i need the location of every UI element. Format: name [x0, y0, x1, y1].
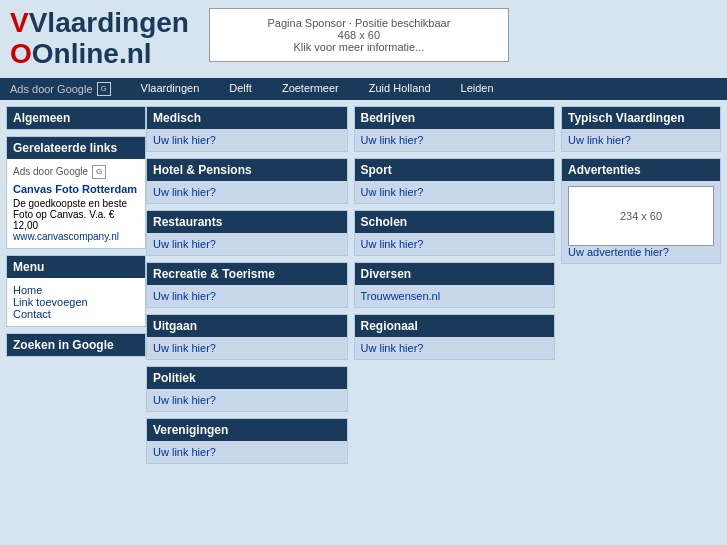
google-icon-sidebar: G [92, 165, 106, 179]
cat-politiek: Politiek Uw link hier? [146, 366, 348, 412]
cat-scholen: Scholen Uw link hier? [354, 210, 556, 256]
sponsor-line1: Pagina Sponsor · Positie beschikbaar [230, 17, 488, 29]
ad-text: De goedkoopste en beste Foto op Canvas. … [13, 198, 139, 231]
sidebar-algemeen: Algemeen [6, 106, 146, 130]
cat-uitgaan-body: Uw link hier? [147, 337, 347, 359]
google-icon: G [97, 82, 111, 96]
cat-politiek-link[interactable]: Uw link hier? [153, 394, 216, 406]
cat-advertenties-header: Advertenties [562, 159, 720, 181]
ad-banner-link[interactable]: Uw advertentie hier? [568, 246, 669, 258]
sidebar-algemeen-header: Algemeen [7, 107, 145, 129]
cat-hotel-link[interactable]: Uw link hier? [153, 186, 216, 198]
cat-verenigingen-body: Uw link hier? [147, 441, 347, 463]
content-area: Medisch Uw link hier? Hotel & Pensions U… [146, 106, 721, 464]
cat-regionaal-header: Regionaal [355, 315, 555, 337]
col1: Medisch Uw link hier? Hotel & Pensions U… [146, 106, 348, 464]
cat-sport: Sport Uw link hier? [354, 158, 556, 204]
cat-medisch: Medisch Uw link hier? [146, 106, 348, 152]
sidebar-zoeken: Zoeken in Google [6, 333, 146, 357]
cat-hotel-header: Hotel & Pensions [147, 159, 347, 181]
cat-scholen-header: Scholen [355, 211, 555, 233]
cat-restaurants-header: Restaurants [147, 211, 347, 233]
cat-recreatie-link[interactable]: Uw link hier? [153, 290, 216, 302]
cat-typisch: Typisch Vlaardingen Uw link hier? [561, 106, 721, 152]
cat-typisch-body: Uw link hier? [562, 129, 720, 151]
cat-medisch-header: Medisch [147, 107, 347, 129]
ad-url[interactable]: www.canvascompany.nl [13, 231, 139, 242]
cat-verenigingen: Verenigingen Uw link hier? [146, 418, 348, 464]
cat-politiek-body: Uw link hier? [147, 389, 347, 411]
col3: Typisch Vlaardingen Uw link hier? Advert… [561, 106, 721, 464]
ads-google-label: Ads door Google [10, 83, 93, 95]
sponsor-line2: 468 x 60 [230, 29, 488, 41]
cat-diversen-body: Trouwwensen.nl [355, 285, 555, 307]
cat-medisch-link[interactable]: Uw link hier? [153, 134, 216, 146]
sponsor-line3: Klik voor meer informatie... [230, 41, 488, 53]
nav-delft[interactable]: Delft [229, 82, 252, 96]
navbar: Ads door Google G Vlaardingen Delft Zoet… [0, 78, 727, 100]
ad-banner-size: 234 x 60 [620, 210, 662, 222]
cat-regionaal-link[interactable]: Uw link hier? [361, 342, 424, 354]
cat-recreatie-body: Uw link hier? [147, 285, 347, 307]
cat-diversen-link[interactable]: Trouwwensen.nl [361, 290, 441, 302]
sidebar-menu-header: Menu [7, 256, 145, 278]
menu-link-toevoegen[interactable]: Link toevoegen [13, 296, 139, 308]
cat-verenigingen-link[interactable]: Uw link hier? [153, 446, 216, 458]
cat-bedrijven: Bedrijven Uw link hier? [354, 106, 556, 152]
cat-bedrijven-link[interactable]: Uw link hier? [361, 134, 424, 146]
header: VVlaardingen OOnline.nl Pagina Sponsor ·… [0, 0, 727, 78]
cat-bedrijven-body: Uw link hier? [355, 129, 555, 151]
cat-bedrijven-header: Bedrijven [355, 107, 555, 129]
sidebar-menu-content: Home Link toevoegen Contact [7, 278, 145, 326]
cat-advertenties-body: 234 x 60 Uw advertentie hier? [562, 181, 720, 263]
nav-zoetermeer[interactable]: Zoetermeer [282, 82, 339, 96]
cat-regionaal-body: Uw link hier? [355, 337, 555, 359]
cat-diversen: Diversen Trouwwensen.nl [354, 262, 556, 308]
cat-hotel: Hotel & Pensions Uw link hier? [146, 158, 348, 204]
ad-banner-box: 234 x 60 [568, 186, 714, 246]
cat-scholen-body: Uw link hier? [355, 233, 555, 255]
main-layout: Algemeen Gerelateerde links Ads door Goo… [0, 100, 727, 470]
logo-o: O [10, 38, 32, 69]
cat-politiek-header: Politiek [147, 367, 347, 389]
cat-medisch-body: Uw link hier? [147, 129, 347, 151]
sidebar: Algemeen Gerelateerde links Ads door Goo… [6, 106, 146, 464]
ads-google-sidebar: Ads door Google G [13, 165, 139, 179]
cat-sport-header: Sport [355, 159, 555, 181]
cat-uitgaan: Uitgaan Uw link hier? [146, 314, 348, 360]
nav-vlaardingen[interactable]: Vlaardingen [141, 82, 200, 96]
sidebar-menu: Menu Home Link toevoegen Contact [6, 255, 146, 327]
ads-google-nav: Ads door Google G [10, 82, 111, 96]
cat-scholen-link[interactable]: Uw link hier? [361, 238, 424, 250]
cat-typisch-link[interactable]: Uw link hier? [568, 134, 631, 146]
cat-restaurants: Restaurants Uw link hier? [146, 210, 348, 256]
cat-advertenties: Advertenties 234 x 60 Uw advertentie hie… [561, 158, 721, 264]
sidebar-gerelateerde-header: Gerelateerde links [7, 137, 145, 159]
cat-recreatie-header: Recreatie & Toerisme [147, 263, 347, 285]
logo-line1: VVlaardingen [10, 8, 189, 39]
cat-recreatie: Recreatie & Toerisme Uw link hier? [146, 262, 348, 308]
nav-leiden[interactable]: Leiden [461, 82, 494, 96]
cat-restaurants-body: Uw link hier? [147, 233, 347, 255]
sidebar-gerelateerde-content: Ads door Google G Canvas Foto Rotterdam … [7, 159, 145, 248]
cat-restaurants-link[interactable]: Uw link hier? [153, 238, 216, 250]
cat-uitgaan-link[interactable]: Uw link hier? [153, 342, 216, 354]
logo-v: V [10, 7, 29, 38]
sponsor-box[interactable]: Pagina Sponsor · Positie beschikbaar 468… [209, 8, 509, 62]
cat-verenigingen-header: Verenigingen [147, 419, 347, 441]
cat-regionaal: Regionaal Uw link hier? [354, 314, 556, 360]
cat-uitgaan-header: Uitgaan [147, 315, 347, 337]
nav-zuidholland[interactable]: Zuid Holland [369, 82, 431, 96]
sidebar-zoeken-header: Zoeken in Google [7, 334, 145, 356]
menu-contact[interactable]: Contact [13, 308, 139, 320]
logo-line2: OOnline.nl [10, 39, 189, 70]
cat-sport-link[interactable]: Uw link hier? [361, 186, 424, 198]
cat-diversen-header: Diversen [355, 263, 555, 285]
col2: Bedrijven Uw link hier? Sport Uw link hi… [354, 106, 556, 464]
cat-hotel-body: Uw link hier? [147, 181, 347, 203]
cat-typisch-header: Typisch Vlaardingen [562, 107, 720, 129]
logo: VVlaardingen OOnline.nl [10, 8, 189, 70]
cat-sport-body: Uw link hier? [355, 181, 555, 203]
ad-link1[interactable]: Canvas Foto Rotterdam [13, 183, 139, 195]
menu-home[interactable]: Home [13, 284, 139, 296]
